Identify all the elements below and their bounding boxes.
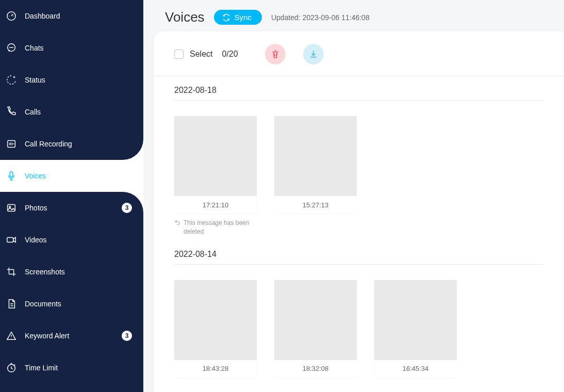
page-title: Voices (165, 9, 205, 25)
svg-rect-7 (8, 205, 15, 211)
sidebar-item-time-limit[interactable]: Time Limit (0, 352, 143, 384)
voice-thumbnail (174, 280, 257, 360)
select-all-checkbox[interactable] (174, 50, 184, 59)
status-icon (5, 74, 18, 86)
date-header: 2022-08-18 (174, 76, 543, 101)
svg-point-2 (10, 47, 10, 48)
voice-card[interactable]: 15:27:13 (274, 116, 357, 236)
sidebar-item-videos[interactable]: Videos (0, 224, 143, 256)
delete-button[interactable] (265, 44, 286, 64)
content-panel: Select 0/20 2022-08-18 17:21:10 (154, 31, 564, 392)
sidebar-item-screenshots[interactable]: Screenshots (0, 256, 143, 288)
sidebar-label: Dashboard (25, 12, 143, 20)
voice-time: 18:32:08 (274, 360, 357, 378)
badge: 3 (122, 331, 132, 341)
voice-thumbnail (374, 280, 457, 360)
chat-icon (5, 42, 18, 54)
date-section: 2022-08-18 17:21:10 This message has bee… (154, 76, 564, 240)
sidebar-label: Documents (25, 300, 143, 308)
svg-rect-9 (7, 237, 13, 242)
voice-time: 15:27:13 (274, 196, 357, 214)
sidebar-label: Videos (25, 236, 143, 244)
voice-grid: 17:21:10 This message has been deleted 1… (174, 101, 543, 240)
video-icon (5, 234, 18, 246)
sidebar-item-chats[interactable]: Chats (0, 32, 143, 64)
sidebar-label: Time Limit (25, 364, 143, 372)
voice-card[interactable]: 18:32:08 (274, 280, 357, 378)
voice-card[interactable]: 17:21:10 This message has been deleted (174, 116, 257, 236)
trash-icon (270, 49, 280, 59)
voice-time: 17:21:10 (174, 196, 257, 214)
screenshot-icon (5, 266, 18, 278)
sidebar-item-dashboard[interactable]: Dashboard (0, 0, 143, 32)
sidebar-item-keyword-alert[interactable]: Keyword Alert 3 (0, 320, 143, 352)
svg-point-3 (11, 47, 12, 48)
voice-thumbnail (274, 116, 357, 196)
sidebar-label: Chats (25, 44, 143, 52)
sync-icon (222, 13, 230, 22)
sidebar-item-voices[interactable]: Voices (0, 160, 143, 192)
sidebar-label: Keyword Alert (25, 332, 122, 340)
download-icon (308, 49, 319, 59)
voice-icon (5, 170, 18, 182)
sidebar-item-photos[interactable]: Photos 3 (0, 192, 143, 224)
main-content: Voices Sync Updated: 2023-09-06 11:46:08… (143, 0, 564, 392)
voice-grid: 18:43:28 18:32:08 16:45:34 (174, 265, 543, 382)
sidebar: Dashboard Chats Status Calls Call Record… (0, 0, 143, 392)
call-icon (5, 106, 18, 118)
updated-text: Updated: 2023-09-06 11:46:08 (271, 13, 370, 22)
date-section: 2022-08-14 18:43:28 18:32:08 16:45:34 (154, 240, 564, 382)
photo-icon (5, 202, 18, 214)
download-button[interactable] (303, 44, 324, 64)
page-header: Voices Sync Updated: 2023-09-06 11:46:08 (143, 0, 564, 31)
sync-label: Sync (235, 13, 252, 22)
select-label: Select (190, 50, 212, 59)
voice-time: 16:45:34 (374, 360, 457, 378)
undo-icon (174, 219, 180, 225)
sync-button[interactable]: Sync (214, 10, 262, 25)
sidebar-label: Voices (25, 172, 143, 180)
voice-card[interactable]: 18:43:28 (174, 280, 257, 378)
sidebar-label: Status (25, 76, 143, 84)
sidebar-label: Photos (25, 204, 122, 212)
sidebar-item-status[interactable]: Status (0, 64, 143, 96)
svg-point-4 (12, 47, 13, 48)
timelimit-icon (5, 362, 18, 374)
alert-icon (5, 330, 18, 342)
dashboard-icon (5, 10, 18, 22)
sidebar-item-calls[interactable]: Calls (0, 96, 143, 128)
document-icon (5, 298, 18, 310)
sidebar-item-documents[interactable]: Documents (0, 288, 143, 320)
svg-rect-6 (10, 172, 13, 177)
deleted-note: This message has been deleted (174, 219, 257, 236)
recording-icon (5, 138, 18, 150)
deleted-note-text: This message has been deleted (184, 219, 257, 236)
voice-time: 18:43:28 (174, 360, 257, 378)
sidebar-item-call-recording[interactable]: Call Recording (0, 128, 143, 160)
sidebar-label: Calls (25, 108, 143, 116)
toolbar: Select 0/20 (154, 44, 564, 76)
date-header: 2022-08-14 (174, 240, 543, 265)
sidebar-label: Screenshots (25, 268, 143, 276)
select-count: 0/20 (222, 50, 238, 59)
voice-thumbnail (174, 116, 257, 196)
badge: 3 (122, 203, 132, 213)
voice-thumbnail (274, 280, 357, 360)
voice-card[interactable]: 16:45:34 (374, 280, 457, 378)
